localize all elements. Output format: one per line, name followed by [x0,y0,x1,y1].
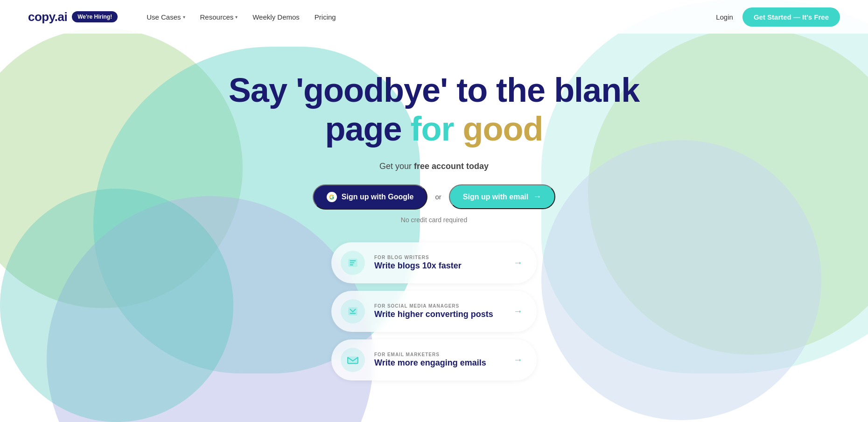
no-credit-card-text: No credit card required [401,216,467,224]
cta-row: G Sign up with Google or Sign up with em… [313,184,555,210]
nav-resources[interactable]: Resources ▾ [195,9,244,25]
for-text: for [411,110,463,148]
arrow-right-icon: → [513,354,523,365]
arrow-right-icon: → [513,306,523,316]
feature-card-email[interactable]: FOR EMAIL MARKETERS Write more engaging … [331,339,537,380]
arrow-right-icon: → [533,192,541,202]
social-icon-wrap [341,299,365,324]
login-button[interactable]: Login [716,13,733,21]
google-icon: G [327,192,337,202]
chevron-down-icon: ▾ [183,14,185,20]
arrow-right-icon: → [513,257,523,268]
hero-section: Say 'goodbye' to the blank page for good… [0,34,868,380]
social-media-icon [347,305,359,317]
logo-area: copy.ai We're Hiring! [28,10,118,24]
blog-card-text: FOR BLOG WRITERS Write blogs 10x faster [374,255,504,271]
social-card-text: FOR SOCIAL MEDIA MANAGERS Write higher c… [374,303,504,319]
social-card-label: FOR SOCIAL MEDIA MANAGERS [374,303,504,309]
social-card-title: Write higher converting posts [374,309,504,319]
svg-rect-2 [348,356,358,363]
blog-icon-wrap [341,251,365,275]
good-text: good [463,110,543,148]
hiring-badge[interactable]: We're Hiring! [72,11,118,22]
nav-pricing[interactable]: Pricing [309,9,342,25]
nav-links: Use Cases ▾ Resources ▾ Weekly Demos Pri… [141,9,716,25]
email-card-title: Write more engaging emails [374,358,504,368]
email-card-text: FOR EMAIL MARKETERS Write more engaging … [374,352,504,368]
hero-title: Say 'goodbye' to the blank page for good [229,71,639,148]
hero-title-line2: page for good [229,110,639,148]
get-started-button[interactable]: Get Started — It's Free [742,7,840,27]
nav-use-cases[interactable]: Use Cases ▾ [141,9,190,25]
nav-right: Login Get Started — It's Free [716,7,840,27]
nav-weekly-demos[interactable]: Weekly Demos [247,9,305,25]
blog-card-title: Write blogs 10x faster [374,261,504,271]
hero-subtitle: Get your free account today [379,162,489,171]
email-icon [347,354,359,366]
logo-text[interactable]: copy.ai [28,10,67,24]
blog-card-label: FOR BLOG WRITERS [374,255,504,260]
hero-title-line1: Say 'goodbye' to the blank [229,71,639,109]
email-card-label: FOR EMAIL MARKETERS [374,352,504,357]
feature-cards-list: FOR BLOG WRITERS Write blogs 10x faster … [0,242,868,380]
page-text: page [325,110,411,148]
email-icon-wrap [341,348,365,372]
blog-icon [347,257,359,269]
free-account-bold: free account today [414,162,489,171]
feature-card-social[interactable]: FOR SOCIAL MEDIA MANAGERS Write higher c… [331,291,537,332]
google-signup-button[interactable]: G Sign up with Google [313,184,428,210]
feature-card-blog[interactable]: FOR BLOG WRITERS Write blogs 10x faster … [331,242,537,283]
chevron-down-icon: ▾ [235,14,238,20]
email-signup-button[interactable]: Sign up with email → [449,184,555,209]
or-divider: or [435,193,441,201]
navbar: copy.ai We're Hiring! Use Cases ▾ Resour… [0,0,868,34]
